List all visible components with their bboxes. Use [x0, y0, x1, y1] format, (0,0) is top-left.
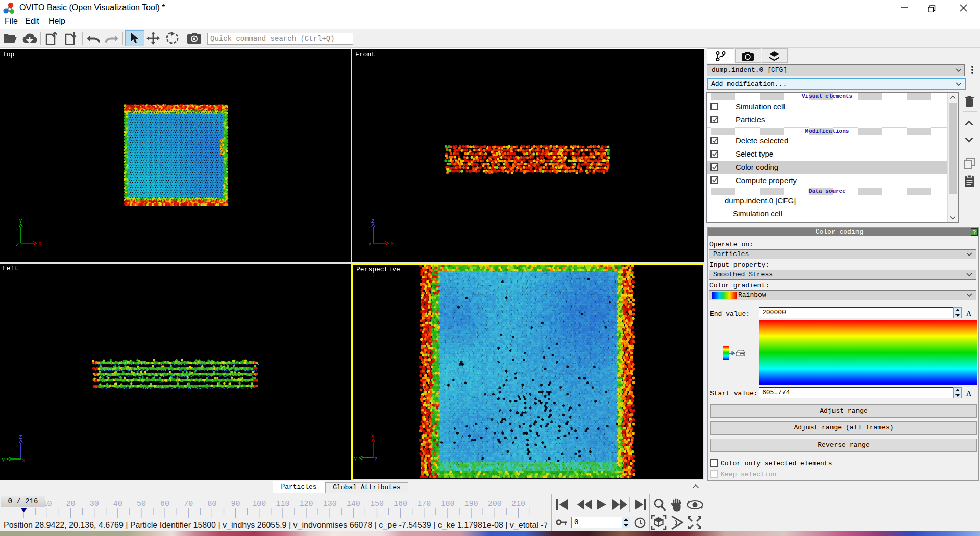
svg-text:X: X: [38, 241, 42, 247]
svg-text:180: 180: [440, 500, 454, 508]
svg-text:Z: Z: [371, 218, 375, 224]
svg-text:50: 50: [137, 500, 146, 508]
svg-text:190: 190: [464, 500, 478, 508]
svg-text:100: 100: [252, 500, 266, 508]
svg-text:210: 210: [511, 500, 525, 508]
svg-text:Y: Y: [19, 218, 22, 224]
svg-text:80: 80: [207, 500, 216, 508]
svg-text:140: 140: [347, 500, 360, 508]
svg-text:Z: Z: [19, 434, 22, 440]
svg-text:30: 30: [90, 500, 99, 508]
svg-text:y: y: [354, 455, 357, 462]
svg-text:x: x: [22, 457, 26, 464]
svg-text:200: 200: [488, 500, 502, 508]
svg-text:70: 70: [184, 500, 193, 508]
svg-text:130: 130: [323, 500, 337, 508]
svg-text:Z: Z: [374, 456, 378, 463]
svg-text:150: 150: [370, 500, 384, 508]
svg-text:X: X: [371, 433, 375, 439]
svg-text:120: 120: [299, 500, 313, 508]
svg-text:90: 90: [231, 500, 240, 508]
svg-text:X: X: [390, 241, 394, 247]
svg-text:Z: Z: [16, 242, 19, 247]
svg-text:170: 170: [417, 500, 431, 508]
svg-text:40: 40: [113, 500, 122, 508]
svg-text:Y: Y: [368, 242, 372, 247]
svg-text:110: 110: [276, 500, 289, 508]
svg-text:20: 20: [66, 500, 75, 508]
svg-text:160: 160: [394, 500, 407, 508]
svg-text:60: 60: [160, 500, 169, 508]
svg-text:y: y: [2, 456, 5, 463]
